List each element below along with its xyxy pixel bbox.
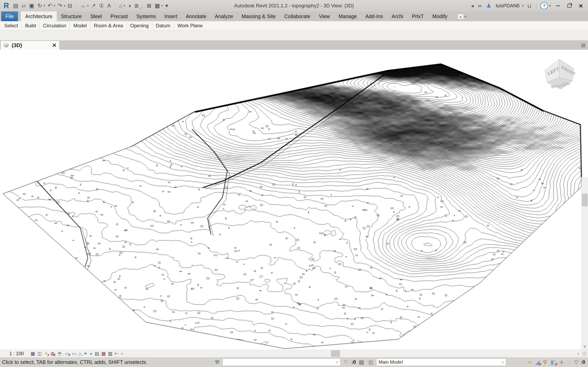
ribbon-tab-analyze[interactable]: Analyze: [210, 11, 237, 21]
exclude-options-icon[interactable]: ▨: [367, 359, 375, 365]
ribbon-tab-steel[interactable]: Steel: [86, 11, 106, 21]
switch-windows-dropdown-icon[interactable]: ▾: [161, 4, 163, 8]
ribbon-tab-architecture[interactable]: Architecture: [21, 11, 57, 21]
ribbon-minimize-toggle[interactable]: ▴: [457, 14, 464, 19]
view-tab-list-icon[interactable]: ▤: [581, 42, 588, 48]
sync-with-central-dropdown-icon[interactable]: ▾: [43, 4, 45, 8]
search-binoculars-icon[interactable]: ∞: [477, 3, 483, 9]
measure-icon[interactable]: ↔: [79, 3, 87, 9]
drag-elements-on-selection-icon[interactable]: ⊹: [558, 359, 565, 365]
active-design-option-select[interactable]: Main Model ∨: [376, 359, 506, 366]
collapse-view-bar-icon[interactable]: ‹: [120, 351, 124, 356]
ribbon-tab-manage[interactable]: Manage: [334, 11, 361, 21]
aligned-dimension-icon[interactable]: ↗: [90, 3, 97, 9]
worksets-icon[interactable]: ⚒: [214, 359, 221, 365]
ui-views-toggle-icon[interactable]: ▤: [12, 3, 20, 9]
ribbon-panel-work-plane[interactable]: Work Plane: [174, 23, 206, 29]
show-rendering-dialog-icon[interactable]: ☕◦: [56, 351, 64, 356]
view-scale-button[interactable]: 1 : 100: [9, 351, 24, 356]
ribbon-panel-circulation[interactable]: Circulation: [40, 23, 70, 29]
ribbon-tab-systems[interactable]: Systems: [132, 11, 160, 21]
reveal-constraints-icon[interactable]: ⊢: [114, 351, 120, 356]
ribbon-tab-precast[interactable]: Precast: [106, 11, 132, 21]
ribbon-tab-add-ins[interactable]: Add-Ins: [361, 11, 387, 21]
ribbon-tab-annotate[interactable]: Annotate: [182, 11, 210, 21]
view-tab-close-icon[interactable]: ✕: [52, 42, 57, 49]
temporary-view-properties-icon[interactable]: ▤▪: [94, 351, 100, 356]
ribbon-tab-view[interactable]: View: [315, 11, 334, 21]
view-tab-3d[interactable]: {3D} ✕: [0, 41, 60, 50]
selection-filter-icon[interactable]: ▽: [573, 359, 580, 365]
drawing-area[interactable]: LEFT FRONT BOTTOM ∨ 1 : 100 ▦◫☀✗◍✗☕◦▭✗▭◦…: [0, 50, 588, 357]
sync-with-central-icon[interactable]: ↻: [36, 3, 43, 9]
select-elements-by-face-icon[interactable]: ◧✗: [549, 359, 557, 365]
undo-icon[interactable]: ↶: [46, 3, 53, 9]
select-underlay-elements-icon[interactable]: ◢✗: [534, 359, 541, 365]
ribbon-minimize-dropdown-icon[interactable]: ▾: [464, 15, 467, 18]
default-3d-view-icon[interactable]: ⌂: [118, 3, 123, 9]
horizontal-scrollbar-thumb[interactable]: [331, 350, 340, 357]
app-store-cart-icon[interactable]: ⊔: [526, 3, 533, 9]
active-workset-select[interactable]: ∨: [223, 359, 341, 366]
ribbon-tab-file[interactable]: File: [1, 11, 18, 21]
highlight-displacement-sets-icon[interactable]: ▧: [107, 351, 113, 356]
user-avatar-icon[interactable]: ♟: [485, 2, 493, 9]
show-analytical-model-icon[interactable]: ▩: [100, 351, 107, 356]
topography-3d-model[interactable]: [0, 50, 588, 357]
reveal-hidden-elements-icon[interactable]: ●: [89, 351, 94, 356]
ribbon-panel-opening[interactable]: Opening: [127, 23, 152, 29]
view-cube[interactable]: LEFT FRONT BOTTOM: [541, 58, 577, 93]
default-3d-view-dropdown-icon[interactable]: ▾: [123, 4, 126, 8]
collapse-infocenter-icon[interactable]: ◂: [470, 3, 475, 9]
select-links-icon[interactable]: ∞: [527, 359, 533, 365]
scroll-down-icon[interactable]: ∨: [581, 344, 588, 349]
redo-icon[interactable]: ↷: [56, 3, 63, 9]
text-icon[interactable]: A: [106, 3, 112, 9]
ribbon-panel-room-area[interactable]: Room & Area: [90, 23, 127, 29]
thin-lines-icon[interactable]: ≣∕: [133, 3, 140, 9]
editable-only-icon[interactable]: ⚐: [342, 359, 350, 365]
shadows-off-icon[interactable]: ◍✗: [49, 351, 56, 356]
scroll-right-icon[interactable]: ›: [575, 351, 582, 356]
tag-by-category-icon[interactable]: ①: [98, 3, 105, 9]
help-icon[interactable]: ?: [540, 2, 548, 9]
detail-level-icon[interactable]: ▦: [30, 351, 36, 356]
resize-grip[interactable]: [582, 351, 587, 356]
sun-path-off-icon[interactable]: ☀✗: [43, 351, 49, 356]
horizontal-scrollbar[interactable]: [124, 350, 575, 357]
restore-button[interactable]: [565, 2, 574, 9]
ribbon-panel-build[interactable]: Build: [22, 23, 39, 29]
design-options-icon[interactable]: ▤: [358, 359, 365, 365]
ribbon-tab-insert[interactable]: Insert: [160, 11, 182, 21]
ribbon-tab-collaborate[interactable]: Collaborate: [280, 11, 315, 21]
switch-windows-icon[interactable]: ▦: [154, 3, 161, 9]
username[interactable]: luisPDAN6: [494, 3, 521, 8]
ribbon-tab-archi[interactable]: Archi: [387, 11, 407, 21]
crop-view-off-icon[interactable]: ▭✗: [64, 351, 70, 356]
vertical-scrollbar-thumb[interactable]: [582, 194, 588, 206]
revit-logo-icon[interactable]: R: [2, 2, 11, 10]
user-dropdown-icon[interactable]: ▾: [522, 4, 524, 8]
temporary-hide-isolate-icon[interactable]: ⚭: [82, 351, 88, 356]
vertical-scrollbar[interactable]: ∨: [581, 177, 588, 350]
section-icon[interactable]: ◑: [126, 3, 132, 9]
print-icon[interactable]: ⊟: [66, 3, 73, 9]
save-icon[interactable]: ▣: [28, 3, 35, 9]
help-dropdown-icon[interactable]: ▾: [549, 4, 551, 8]
close-inactive-windows-icon[interactable]: ⊠: [146, 3, 153, 9]
redo-dropdown-icon[interactable]: ▾: [63, 4, 66, 8]
visual-style-icon[interactable]: ◫: [36, 351, 43, 356]
ribbon-panel-model[interactable]: Model: [70, 23, 90, 29]
ribbon-panel-select[interactable]: Select: [1, 23, 21, 29]
unlocked-3d-view-icon[interactable]: ⌂▪: [77, 351, 82, 356]
ribbon-panel-datum[interactable]: Datum: [152, 23, 174, 29]
ribbon-tab-massing-site[interactable]: Massing & Site: [237, 11, 280, 21]
customize-quick-access-icon[interactable]: ▾: [164, 3, 169, 9]
ribbon-tab-modify[interactable]: Modify: [428, 11, 452, 21]
open-file-icon[interactable]: ▱: [20, 3, 27, 9]
close-button[interactable]: ×: [576, 2, 586, 9]
ribbon-tab-prlxt[interactable]: PrlxT: [407, 11, 428, 21]
show-crop-region-icon[interactable]: ▭◦: [71, 351, 77, 356]
undo-dropdown-icon[interactable]: ▾: [53, 4, 56, 8]
ribbon-tab-structure[interactable]: Structure: [57, 11, 86, 21]
